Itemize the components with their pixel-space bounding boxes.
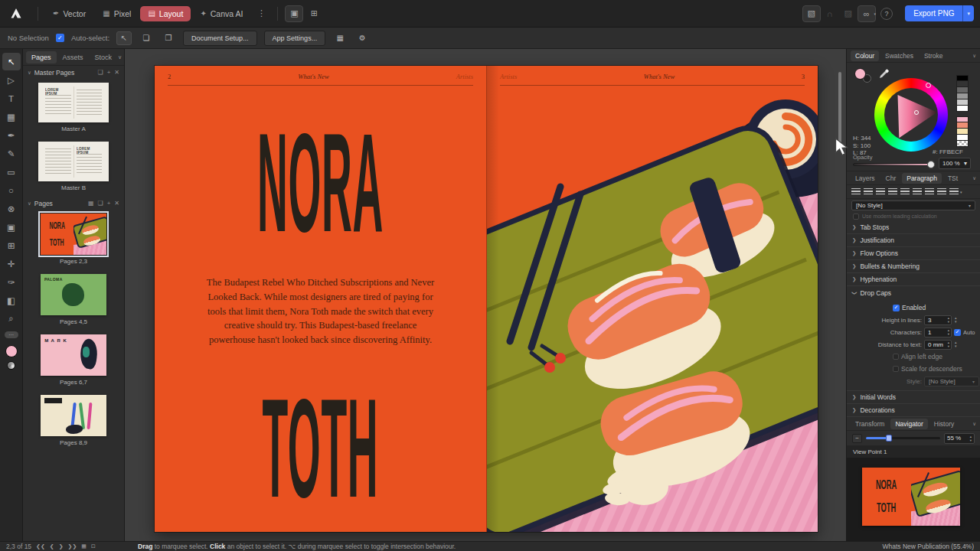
modern-leading-checkbox[interactable] — [853, 214, 859, 220]
hex-value[interactable]: #: FFBECF — [933, 148, 963, 155]
opacity-slider[interactable] — [853, 163, 933, 166]
stroke-colour-swatch[interactable] — [7, 361, 15, 370]
opacity-value[interactable]: 100 %▾ — [939, 158, 971, 169]
headline-toth[interactable]: TOTH — [155, 394, 486, 501]
hyperlink-dropdown-icon[interactable]: ▾ — [874, 11, 877, 16]
section-initial-words[interactable]: ❯ Initial Words — [847, 391, 980, 404]
zoom-slider[interactable] — [866, 437, 940, 439]
edit-all-layers-icon[interactable]: ❏ — [139, 31, 154, 45]
snapping-icon[interactable]: ∩ — [821, 5, 839, 22]
master-pages-header[interactable]: ∨ Master Pages ❏ + ✕ — [23, 66, 124, 79]
delete-icon[interactable]: ✕ — [114, 200, 119, 207]
tab-navigator[interactable]: Navigator — [890, 419, 927, 429]
align-left-edge-checkbox[interactable] — [893, 354, 899, 360]
studio-grid-icon[interactable]: ⊞ — [305, 5, 323, 22]
pen-tool[interactable]: ✒ — [2, 126, 21, 144]
view-point-row[interactable]: View Point 1 — [847, 446, 980, 458]
transparency-icon[interactable]: ▨ — [839, 5, 858, 22]
section-flow-options[interactable]: ❯ Flow Options — [847, 247, 980, 260]
next-page-icon[interactable]: ❯ — [59, 543, 64, 549]
gradient-tool[interactable]: ◧ — [2, 292, 21, 309]
previous-page-icon[interactable]: ❮ — [50, 543, 54, 549]
characters-input[interactable]: 1 ▴▾ — [924, 328, 952, 337]
justify-right-icon[interactable] — [913, 188, 922, 196]
opacity-knob[interactable] — [927, 161, 935, 168]
master-b-thumbnail[interactable]: LOREM IPSUM — [38, 142, 109, 181]
tab-stock[interactable]: Stock — [90, 51, 118, 64]
add-page-icon[interactable]: ❏ — [97, 200, 103, 207]
settings-gear-icon[interactable]: ⚙ — [354, 31, 370, 45]
frame-text-tool[interactable]: T — [2, 90, 21, 107]
add-icon[interactable]: + — [107, 69, 111, 76]
hue-selector-dot[interactable] — [926, 83, 931, 88]
section-justification[interactable]: ❯ Justification — [847, 234, 980, 247]
hyperlink-icon[interactable]: ∞ — [858, 5, 876, 22]
height-in-lines-input[interactable]: 3 ▴▾ — [924, 315, 952, 325]
persona-vector[interactable]: ✒ Vector — [45, 6, 93, 21]
panel-collapse-icon[interactable]: ∨ — [972, 53, 976, 59]
section-decorations[interactable]: ❯ Decorations — [847, 404, 980, 417]
zoom-value[interactable]: 55 % ▴▾ — [944, 433, 975, 444]
panel-menu-icon[interactable]: ∨ — [118, 54, 122, 60]
height-stepper[interactable]: ▴▾ — [955, 316, 957, 324]
tab-chr[interactable]: Chr — [881, 173, 901, 184]
app-settings-button[interactable]: App Settings... — [264, 31, 326, 46]
last-page-icon[interactable]: ❯❯ — [68, 543, 77, 549]
align-center-icon[interactable] — [864, 188, 873, 196]
add-master-icon[interactable]: ❏ — [97, 69, 103, 76]
section-bullets-numbering[interactable]: ❯ Bullets & Numbering — [847, 260, 980, 273]
justify-all-icon[interactable] — [925, 188, 934, 196]
persona-layout[interactable]: ▤ Layout — [140, 6, 191, 21]
page-thumbnail-6-7[interactable]: M A R K — [41, 334, 106, 376]
move-tool[interactable]: ↖ — [2, 53, 21, 70]
view-mode-icon[interactable]: ▦ — [88, 200, 94, 207]
align-away-spine-icon[interactable] — [949, 188, 959, 196]
document-setup-button[interactable]: Document Setup... — [183, 31, 257, 46]
tab-pages[interactable]: Pages — [26, 51, 57, 64]
export-png-button[interactable]: Export PNG — [905, 5, 962, 21]
transform-tool[interactable]: ✛ — [2, 255, 21, 272]
document-canvas[interactable]: 2 What's New Artists NORA The Budapest R… — [125, 49, 846, 541]
align-right-icon[interactable] — [876, 188, 885, 196]
navigator-thumbnail[interactable]: NORA TOTH — [862, 468, 960, 526]
add-icon[interactable]: + — [107, 200, 111, 207]
headline-nora[interactable]: NORA — [155, 130, 486, 233]
transform-objects-icon[interactable]: ❐ — [161, 31, 176, 45]
help-icon[interactable]: ? — [880, 8, 893, 20]
page-thumbnail-4-5[interactable]: PALOMA — [41, 274, 106, 315]
tab-history[interactable]: History — [929, 419, 959, 429]
pages-grid-icon[interactable]: ▦ — [81, 543, 87, 549]
tab-stroke[interactable]: Stroke — [920, 51, 948, 61]
scale-for-descenders-checkbox[interactable] — [893, 366, 899, 372]
navigator-preview[interactable]: NORA TOTH — [847, 458, 980, 541]
shade-selector-dot[interactable] — [914, 110, 919, 115]
canvas-scrollbar[interactable] — [838, 72, 841, 145]
section-drop-caps[interactable]: ❯ Drop Caps — [847, 286, 980, 299]
fill-colour-swatch[interactable] — [5, 345, 18, 357]
fill-swatch[interactable] — [854, 68, 866, 80]
justify-center-icon[interactable] — [900, 188, 910, 196]
export-slices-icon[interactable]: ▧ — [802, 5, 821, 22]
tab-tst[interactable]: TSt — [943, 173, 962, 184]
eyedropper-icon[interactable] — [879, 69, 889, 79]
recent-colours-strip[interactable] — [956, 116, 969, 147]
delete-icon[interactable]: ✕ — [114, 69, 119, 76]
tab-colour[interactable]: Colour — [851, 51, 879, 61]
rectangle-tool[interactable]: ▭ — [2, 163, 21, 181]
paragraph-style-dropdown[interactable]: [No Style]▾ — [851, 201, 975, 210]
table-grid-icon[interactable]: ▦ — [332, 31, 348, 45]
more-personas-icon[interactable]: ⋮ — [252, 5, 270, 22]
tab-assets[interactable]: Assets — [57, 51, 89, 64]
page-3[interactable]: Artists What's New 3 — [486, 66, 818, 532]
more-tools-icon[interactable]: ⋯ — [5, 331, 18, 338]
auto-checkbox[interactable]: ✓ — [954, 329, 961, 336]
persona-pixel[interactable]: ▦ Pixel — [95, 6, 139, 21]
panel-collapse-icon[interactable]: ∨ — [972, 421, 976, 427]
zoom-tool[interactable]: ⌕ — [2, 310, 21, 328]
pencil-tool[interactable]: ✎ — [2, 145, 21, 162]
screen-mode-icon[interactable]: ⊡ — [91, 543, 96, 549]
table-tool[interactable]: ▦ — [2, 108, 21, 126]
align-left-icon[interactable] — [851, 188, 861, 196]
zoom-knob[interactable] — [886, 435, 892, 442]
tab-paragraph[interactable]: Paragraph — [902, 173, 942, 184]
